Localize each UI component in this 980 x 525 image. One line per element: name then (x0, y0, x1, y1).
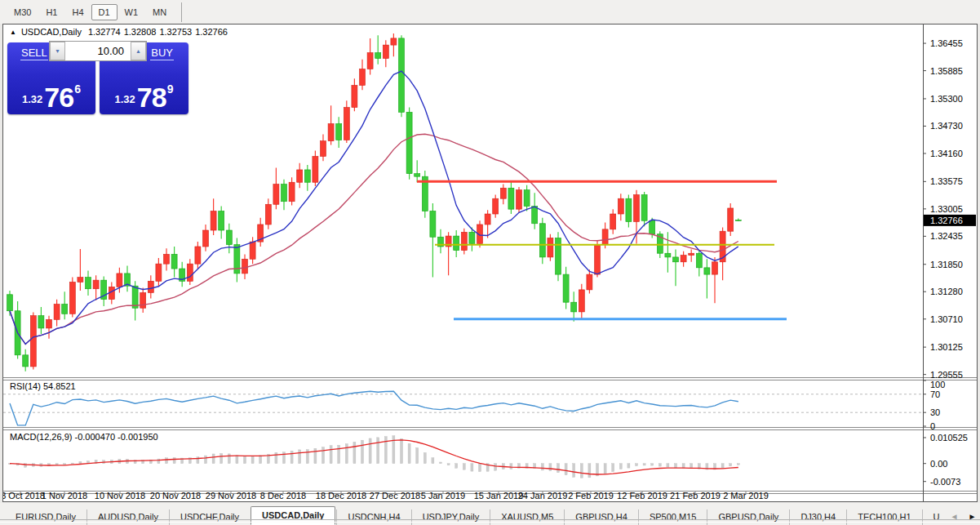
tab-bar-groove (0, 519, 980, 523)
price-axis-label: 1.33575 (930, 176, 963, 186)
volume-increase-button[interactable]: ▲ (131, 42, 146, 60)
timeframe-tab-mn[interactable]: MN (145, 4, 174, 20)
macd-bar (345, 444, 348, 464)
current-price-label: 1.32766 (930, 216, 963, 225)
date-axis-label[interactable]: 10 Nov 2018 (95, 491, 145, 501)
candle-body (203, 230, 209, 247)
symbol-tab-sp500[interactable]: SP500,M15 (638, 509, 707, 525)
candle-body (728, 208, 734, 231)
macd-bar (580, 464, 583, 478)
buy-price-big: 78 (137, 86, 166, 109)
candle-body (673, 257, 679, 262)
candle-body (367, 53, 373, 69)
price-axis-label: 1.36455 (930, 38, 963, 48)
date-axis-label[interactable]: 23 Oct 2018 (3, 491, 45, 501)
timeframe-tab-h4[interactable]: H4 (64, 4, 91, 20)
sell-button[interactable]: SELL (20, 47, 48, 59)
symbol-tab-eurusd[interactable]: EURUSD,Daily (5, 509, 86, 525)
macd-bar (690, 464, 693, 469)
candle-body (289, 182, 295, 202)
candle-body (508, 188, 514, 209)
symbol-tab-gbpusd[interactable]: GBPUSD,H4 (564, 509, 638, 525)
macd-bar (423, 452, 426, 463)
symbol-tab-tech100[interactable]: TECH100,H1 (846, 509, 921, 525)
candle-body (406, 112, 412, 173)
date-axis-label[interactable]: 12 Feb 2019 (617, 491, 667, 501)
macd-bar (573, 464, 575, 478)
macd-bar (541, 464, 543, 470)
macd-bar (353, 442, 356, 463)
symbol-tab-u[interactable]: U (922, 509, 951, 525)
date-axis-label[interactable]: 20 Nov 2018 (150, 491, 201, 501)
symbol-tab-usdjpy[interactable]: USDJPY,Daily (411, 509, 490, 525)
symbol-tab-audusd[interactable]: AUDUSD,Daily (86, 509, 169, 525)
symbol-tab-usdchf[interactable]: USDCHF,Daily (169, 509, 250, 525)
ohlc-high: 1.32808 (124, 27, 157, 37)
candle-body (650, 220, 655, 234)
volume-decrease-button[interactable]: ▼ (50, 42, 65, 60)
one-click-trading-widget: SELL 1.32 76 6 BUY 1.32 78 9 ▼ 10.00 ▲ (7, 41, 188, 116)
buy-button[interactable]: BUY (150, 47, 174, 59)
macd-bar (432, 458, 434, 464)
macd-bar (220, 453, 223, 463)
candle-body (211, 211, 216, 230)
price-axis-label: 1.29555 (930, 370, 963, 380)
price-axis-label: 1.32435 (930, 231, 963, 241)
rsi-axis-label: 0 (930, 421, 935, 431)
date-axis-label[interactable]: 1 Nov 2018 (42, 491, 87, 501)
timeframe-tab-h1[interactable]: H1 (38, 4, 64, 20)
date-axis-label[interactable]: 29 Nov 2018 (206, 491, 256, 501)
date-axis-label[interactable]: 27 Dec 2018 (370, 491, 420, 501)
date-axis-label[interactable]: 2 Mar 2019 (723, 491, 769, 501)
date-axis-label[interactable]: 21 Feb 2019 (670, 491, 721, 501)
symbol-tab-dj30[interactable]: DJ30,H4 (789, 509, 846, 525)
macd-bar (173, 458, 175, 464)
macd-bar (557, 464, 560, 473)
symbol-tab-usdcnh[interactable]: USDCNH,H4 (336, 509, 410, 525)
date-axis-label[interactable]: 5 Jan 2019 (421, 491, 465, 501)
buy-price: 1.32 78 9 (100, 82, 188, 109)
date-axis-label[interactable]: 2 Feb 2019 (568, 491, 614, 501)
symbol-tab-gbpusd[interactable]: GBPUSD,Daily (707, 509, 789, 525)
macd-bar (636, 464, 638, 466)
sell-price: 1.32 76 6 (7, 82, 95, 109)
candle-body (689, 253, 694, 255)
scroll-right-icon[interactable]: ► (968, 512, 976, 521)
macd-bar (408, 443, 410, 463)
macd-bar (79, 461, 82, 463)
date-axis-label[interactable]: 8 Dec 2018 (260, 491, 306, 501)
timeframe-tab-m30[interactable]: M30 (7, 4, 38, 20)
candle-body (500, 188, 506, 198)
candle-body (391, 38, 397, 45)
candle-body (171, 254, 177, 269)
macd-bar (166, 458, 168, 464)
candle-body (187, 264, 193, 281)
buy-price-sup: 9 (167, 82, 174, 96)
rsi-axis-label: 100 (930, 380, 945, 389)
candle-body (78, 278, 83, 283)
macd-bar (377, 438, 379, 464)
macd-axis-label: 0.00 (930, 459, 947, 469)
date-axis-label[interactable]: 24 Jan 2019 (518, 491, 568, 501)
candle-body (226, 230, 232, 245)
volume-input[interactable]: 10.00 (65, 42, 131, 60)
date-axis-label[interactable]: 15 Jan 2019 (474, 491, 524, 501)
scroll-left-icon[interactable]: ◄ (951, 512, 959, 521)
candle-body (610, 214, 616, 229)
toolbar-separator (181, 2, 182, 22)
rsi-indicator-label: RSI(14) 54.8521 (10, 381, 76, 391)
macd-bar (251, 456, 254, 464)
candle-body (634, 195, 640, 222)
macd-axis-label: -0.0073 (930, 477, 960, 487)
candle-body (469, 232, 475, 243)
candle-body (30, 316, 36, 367)
macd-bar (682, 464, 685, 469)
macd-bar (604, 464, 606, 474)
candle-body (595, 245, 601, 274)
timeframe-tab-w1[interactable]: W1 (118, 4, 146, 20)
collapse-arrow-icon[interactable]: ▲ (10, 29, 16, 36)
candle-body (399, 38, 405, 113)
date-axis-label[interactable]: 18 Dec 2018 (316, 491, 366, 501)
symbol-tab-xauusd[interactable]: XAUUSD,M5 (490, 509, 564, 525)
timeframe-tab-d1[interactable]: D1 (91, 4, 118, 20)
